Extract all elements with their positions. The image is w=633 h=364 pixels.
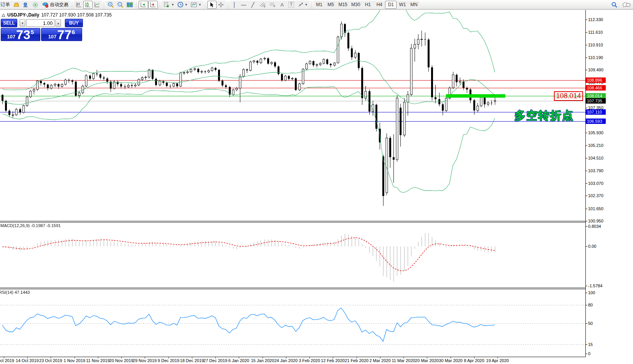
line-chart-button[interactable]	[93, 1, 102, 9]
price-axis-label[interactable]: 110.910	[588, 43, 603, 47]
sell-button[interactable]: SELL	[1, 19, 17, 27]
date-axis-label[interactable]: 3 Feb 2020	[299, 358, 320, 363]
date-axis-label[interactable]: 20 Nov 2019	[109, 358, 133, 363]
market-watch-button[interactable]	[12, 1, 21, 9]
templates-button[interactable]: ▼	[189, 1, 203, 9]
price-axis-label[interactable]: 109.490	[588, 68, 603, 72]
buy-price-display[interactable]: 107 77 6	[41, 28, 82, 41]
rsi-axis-label[interactable]: 100	[588, 290, 595, 295]
timeframe-M5[interactable]: M5	[325, 1, 337, 9]
date-axis-label[interactable]: 1 Nov 2019	[64, 358, 85, 363]
search-icon[interactable]	[611, 2, 618, 8]
new-chart-button[interactable]: ▼	[162, 1, 176, 9]
vertical-line-button[interactable]: │	[230, 1, 239, 9]
date-axis-label[interactable]: 9 Dec 2019	[158, 358, 179, 363]
chart-shift-button[interactable]	[148, 1, 158, 9]
bar-chart-button[interactable]	[74, 1, 83, 9]
date-axis-label[interactable]: 19 Apr 2020	[486, 358, 509, 363]
tile-windows-button[interactable]	[125, 1, 134, 9]
price-tag[interactable]: 108.466	[586, 85, 606, 91]
volume-input[interactable]	[26, 19, 55, 27]
volume-increase-button[interactable]: ▲	[55, 19, 61, 27]
signals-button[interactable]	[31, 1, 40, 9]
new-order-button[interactable]: 新订单	[0, 1, 12, 9]
rsi-axis-label[interactable]: 15	[588, 342, 593, 347]
date-axis-label[interactable]: 29 Nov 2019	[133, 358, 157, 363]
price-axis-label[interactable]: 102.370	[588, 193, 603, 198]
turning-point-annotation[interactable]: 多空转折点	[514, 108, 574, 124]
price-axis-label[interactable]: 103.070	[588, 181, 603, 186]
horizontal-line-button[interactable]: —	[239, 1, 248, 9]
date-axis-label[interactable]: 8 Apr 2020	[464, 358, 484, 363]
timeframe-H1[interactable]: H1	[362, 1, 374, 9]
price-axis-label[interactable]: 110.190	[588, 55, 603, 60]
chat-icon[interactable]	[622, 2, 631, 8]
date-axis-label[interactable]: 21 Feb 2020	[345, 358, 369, 363]
date-axis-label[interactable]: 20 Mar 2020	[415, 358, 439, 363]
zoom-in-button[interactable]	[106, 1, 116, 9]
fibonacci-button[interactable]: F	[268, 1, 278, 9]
rsi-axis-label[interactable]: 50	[588, 321, 593, 326]
price-axis-label[interactable]: 105.930	[588, 130, 603, 135]
timeframe-MN[interactable]: MN	[408, 1, 420, 9]
arrows-button[interactable]: ▼	[296, 1, 309, 9]
periods-button[interactable]: ▼	[176, 1, 189, 9]
sell-price-display[interactable]: 107 73 5	[1, 28, 40, 41]
rsi-axis-label[interactable]: 80	[588, 303, 593, 307]
date-axis-label[interactable]: 30 Mar 2020	[439, 358, 463, 363]
timeframe-M1[interactable]: M1	[314, 1, 325, 9]
date-axis-label[interactable]: 11 Mar 2020	[392, 358, 415, 363]
price-axis-label[interactable]: 104.510	[588, 156, 603, 160]
text-label-button[interactable]: T	[287, 1, 296, 9]
price-tag[interactable]: 108.014	[586, 93, 606, 99]
timeframe-D1[interactable]: D1	[385, 1, 397, 9]
date-axis-label[interactable]: 24 Jan 2020	[274, 358, 298, 363]
ohlc-arrow-icon[interactable]	[2, 13, 5, 17]
date-axis-label[interactable]: 18 Dec 2019	[180, 358, 204, 363]
text-button[interactable]: A	[278, 1, 287, 9]
macd-axis-label[interactable]: 0.00	[588, 244, 596, 249]
timeframe-M15[interactable]: M15	[337, 1, 349, 9]
timeframe-H4[interactable]: H4	[374, 1, 385, 9]
timeframe-W1[interactable]: W1	[397, 1, 408, 9]
cursor-button[interactable]	[207, 1, 217, 9]
autotrading-button[interactable]: 自动交易	[40, 1, 70, 9]
crosshair-button[interactable]	[217, 1, 226, 9]
date-axis-label[interactable]: 11 Nov 2019	[86, 358, 110, 363]
volume-decrease-button[interactable]: ▼	[20, 19, 25, 27]
pane-separator[interactable]	[0, 221, 585, 222]
rsi-indicator-pane[interactable]	[0, 289, 585, 357]
macd-axis-label[interactable]: 0.8034	[588, 224, 601, 229]
price-axis-label[interactable]: 101.650	[588, 206, 603, 211]
main-price-chart[interactable]	[0, 10, 585, 221]
price-tag[interactable]: 108.896	[586, 77, 606, 83]
auto-scroll-button[interactable]	[139, 1, 148, 9]
date-axis-label[interactable]: 15 Jan 2020	[251, 358, 274, 363]
equidistant-channel-button[interactable]: E	[258, 1, 268, 9]
price-tag[interactable]: 106.593	[586, 119, 606, 124]
macd-axis-label[interactable]: -1.5784	[588, 283, 602, 288]
buy-button[interactable]: BUY	[65, 19, 83, 27]
candlestick-chart-button[interactable]	[83, 1, 93, 9]
price-axis-label[interactable]: 105.210	[588, 143, 603, 148]
date-axis-label[interactable]: 23 Oct 2019	[39, 358, 62, 363]
rsi-axis-label[interactable]: 0	[588, 351, 590, 356]
price-level-annotation[interactable]: 108.014	[554, 91, 583, 101]
date-axis-label[interactable]: 12 Feb 2020	[321, 358, 345, 363]
date-axis-label[interactable]: 27 Dec 2019	[203, 358, 227, 363]
pane-separator[interactable]	[0, 288, 585, 289]
terminal-button[interactable]	[21, 1, 31, 9]
macd-indicator-pane[interactable]	[0, 222, 585, 288]
timeframe-M30[interactable]: M30	[349, 1, 362, 9]
date-axis-label[interactable]: 2 Mar 2020	[369, 358, 391, 363]
price-axis-label[interactable]: 103.790	[588, 168, 603, 173]
date-axis-label[interactable]: 6 Jan 2020	[228, 358, 249, 363]
price-axis-label[interactable]: 100.950	[588, 219, 603, 223]
date-axis-label[interactable]: 14 Oct 2019	[16, 358, 39, 363]
trendline-button[interactable]: ╱	[248, 1, 258, 9]
price-axis-label[interactable]: 112.330	[588, 17, 603, 22]
price-tag[interactable]: 107.735	[586, 98, 606, 104]
price-axis-label[interactable]: 111.610	[588, 30, 603, 35]
price-tag[interactable]: 107.110	[586, 109, 606, 115]
date-axis-label[interactable]: 4 Oct 2019	[0, 358, 14, 363]
